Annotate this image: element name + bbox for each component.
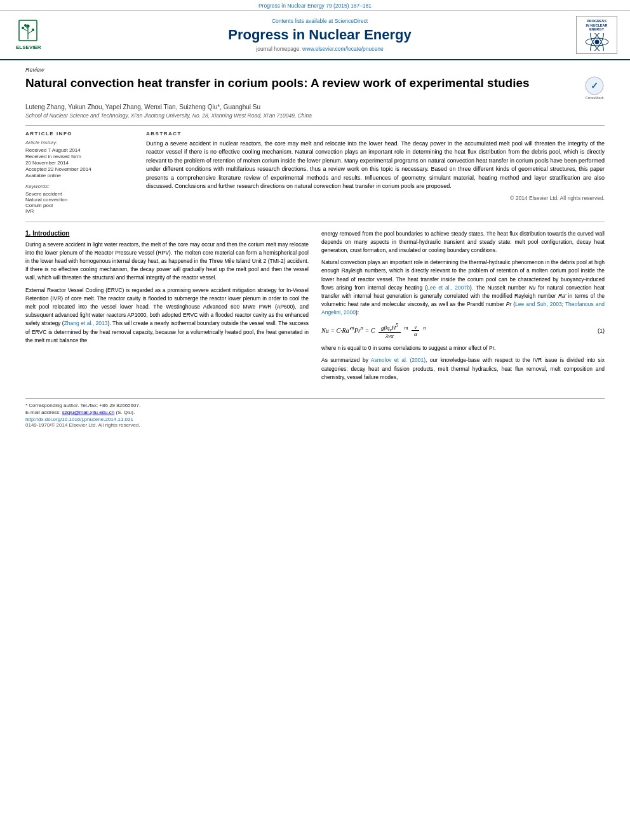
journal-header: ELSEVIER Contents lists available at Sci… [0, 11, 630, 60]
footer-email: E-mail address: szqiu@mail.xjtu.edu.cn (… [25, 410, 605, 415]
svg-point-5 [22, 27, 24, 29]
body-para-6: As summarized by Asmolov et al. (2001), … [321, 356, 605, 382]
ref-lee-suh-2003[interactable]: Lee and Suh, 2003 [515, 301, 562, 307]
sciencedirect-text: Contents lists available at ScienceDirec… [70, 18, 570, 24]
journal-citation: Progress in Nuclear Energy 79 (2015) 167… [258, 3, 372, 9]
footer: * Corresponding author. Tel./fax: +86 29… [25, 398, 605, 428]
journal-title: Progress in Nuclear Energy [70, 27, 570, 43]
ref-zhang-2013[interactable]: Zhang et al., 2013 [64, 320, 108, 326]
affiliation: School of Nuclear Science and Technology… [25, 112, 605, 119]
article-history-label: Article history: [25, 140, 133, 145]
footer-doi[interactable]: http://dx.doi.org/10.1016/j.pnucene.2014… [25, 417, 605, 422]
ref-asmolov-2001[interactable]: Asmolov et al. (2001) [371, 357, 426, 363]
article-title-row: Natural convection heat transfer in cori… [25, 76, 605, 100]
journal-center: Contents lists available at ScienceDirec… [70, 18, 570, 52]
equation-1: Nu = C·Ra'mPrn = C gβqvH5 λνα m ν α [321, 323, 591, 340]
body-para-4: Natural convection plays an important ro… [321, 258, 605, 317]
ref-lee-2007b[interactable]: Lee et al., 2007b [427, 284, 470, 291]
keywords-label: Keywords: [25, 183, 133, 189]
article-type: Review [25, 67, 605, 73]
svg-point-6 [32, 29, 34, 31]
abstract-text: During a severe accident in nuclear reac… [146, 140, 605, 191]
svg-text:✓: ✓ [591, 81, 598, 91]
homepage-url[interactable]: www.elsevier.com/locate/pnucene [302, 46, 384, 52]
body-col-left: 1. Introduction During a severe accident… [25, 230, 309, 385]
abstract-section: ABSTRACT During a severe accident in nuc… [146, 131, 605, 214]
page: Progress in Nuclear Energy 79 (2015) 167… [0, 0, 630, 840]
journal-homepage: journal homepage: www.elsevier.com/locat… [70, 46, 570, 52]
body-col-right: energy removed from the pool boundaries … [321, 230, 605, 385]
keywords-section: Keywords: Severe accident Natural convec… [25, 183, 133, 214]
keyword-3: Corium pool [25, 203, 133, 208]
equation-1-number: (1) [598, 328, 605, 334]
sciencedirect-link[interactable]: ScienceDirect [335, 18, 368, 24]
body-columns: 1. Introduction During a severe accident… [25, 230, 605, 385]
body-para-1: During a severe accident in light water … [25, 241, 309, 283]
svg-text:ELSEVIER: ELSEVIER [16, 44, 41, 50]
divider-1 [25, 125, 605, 126]
keyword-4: IVR [25, 208, 133, 214]
available-online: Available online [25, 173, 133, 178]
svg-line-3 [28, 30, 33, 34]
article-title: Natural convection heat transfer in cori… [25, 76, 578, 91]
crossmark-container: ✓ CrossMark [584, 76, 605, 100]
body-para-3: energy removed from the pool boundaries … [321, 230, 605, 255]
authors-line: Luteng Zhang, Yukun Zhou, Yapei Zhang, W… [25, 103, 605, 110]
equation-1-row: Nu = C·Ra'mPrn = C gβqvH5 λνα m ν α [321, 323, 605, 340]
article-info: ARTICLE INFO Article history: Received 7… [25, 131, 133, 214]
body-divider [25, 222, 605, 222]
copyright-line: © 2014 Elsevier Ltd. All rights reserved… [146, 195, 605, 201]
footer-rights: 0149-1970/© 2014 Elsevier Ltd. All right… [25, 422, 605, 428]
section-1-header: 1. Introduction [25, 230, 309, 237]
svg-point-8 [27, 25, 30, 28]
nuclear-energy-logo: PROGRESSIN NUCLEARENERGY [576, 16, 617, 54]
journal-citation-bar: Progress in Nuclear Energy 79 (2015) 167… [0, 0, 630, 11]
keyword-1: Severe accident [25, 191, 133, 197]
crossmark-icon: ✓ [584, 76, 605, 96]
received-date: Received 7 August 2014 [25, 147, 133, 153]
main-content: Review Natural convection heat transfer … [0, 60, 630, 392]
info-abstract-row: ARTICLE INFO Article history: Received 7… [25, 131, 605, 214]
abstract-title: ABSTRACT [146, 131, 605, 137]
svg-point-7 [24, 24, 27, 27]
footer-corresponding-author: * Corresponding author. Tel./fax: +86 29… [25, 403, 605, 408]
body-para-5: where n is equal to 0 in some correlatio… [321, 344, 605, 352]
body-para-2: External Reactor Vessel Cooling (ERVC) i… [25, 286, 309, 345]
ref-theofanous-2000[interactable]: Theofanous and Angelini, 2000 [321, 301, 605, 316]
accepted-date: Accepted 22 November 2014 [25, 166, 133, 172]
received-revised-label: Received in revised form [25, 154, 133, 159]
footer-email-link[interactable]: szqiu@mail.xjtu.edu.cn [62, 410, 114, 415]
elsevier-logo: ELSEVIER [13, 17, 64, 52]
crossmark-label: CrossMark [585, 96, 603, 100]
svg-point-10 [594, 39, 599, 44]
received-revised-date: 20 November 2014 [25, 160, 133, 166]
article-info-title: ARTICLE INFO [25, 131, 133, 137]
keyword-2: Natural convection [25, 197, 133, 203]
